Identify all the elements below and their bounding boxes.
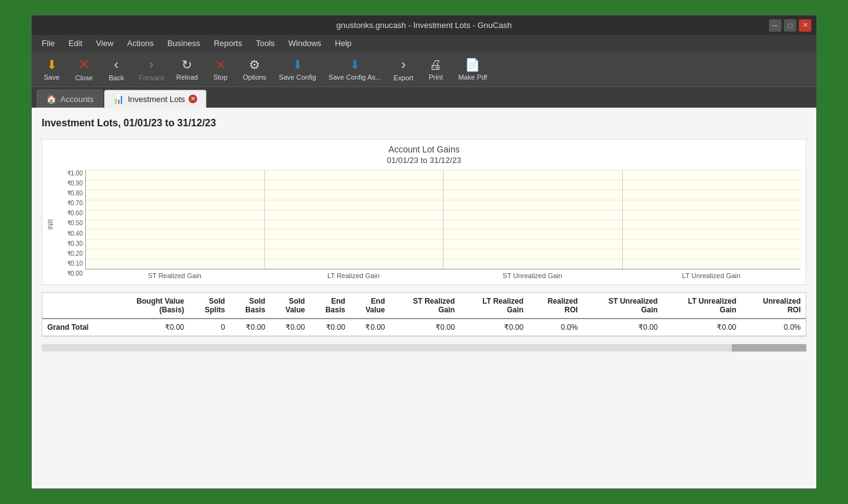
stop-button[interactable]: ✕ Stop — [205, 55, 235, 83]
col-header-realized-roi: RealizedROI — [528, 293, 582, 319]
accounts-tab[interactable]: 🏠 Accounts — [37, 90, 103, 108]
stop-label: Stop — [213, 73, 228, 81]
restore-button[interactable]: □ — [784, 19, 796, 32]
grand-total-label: Grand Total — [42, 319, 111, 336]
grand-total-st-realized-gain: ₹0.00 — [390, 319, 460, 336]
data-table: Bought Value(Basis) SoldSplits SoldBasis… — [42, 293, 806, 336]
grand-total-realized-roi: 0.0% — [528, 319, 582, 336]
stop-icon: ✕ — [215, 57, 226, 72]
save-config-as-icon: ⬇ — [350, 57, 360, 72]
scrollbar-thumb[interactable] — [732, 344, 806, 352]
y-tick-7: ₹0.30 — [67, 240, 83, 247]
y-tick-0: ₹1.00 — [67, 170, 83, 177]
chart-section-3 — [623, 170, 801, 269]
grand-total-end-basis: ₹0.00 — [310, 319, 350, 336]
save-label: Save — [44, 73, 59, 81]
menu-business[interactable]: Business — [161, 36, 207, 50]
export-icon: › — [401, 57, 406, 73]
grand-total-end-value: ₹0.00 — [350, 319, 390, 336]
menu-reports[interactable]: Reports — [208, 36, 249, 50]
col-header-sold-value: SoldValue — [270, 293, 310, 319]
close-label: Close — [75, 74, 93, 82]
make-pdf-label: Make Pdf — [458, 73, 487, 81]
save-config-as-button[interactable]: ⬇ Save Config As... — [324, 55, 386, 83]
save-icon: ⬇ — [47, 57, 57, 72]
grand-total-bought-value: ₹0.00 — [111, 319, 189, 336]
col-header-sold-basis: SoldBasis — [230, 293, 271, 319]
x-labels: ST Realized Gain LT Realized Gain ST Unr… — [85, 272, 801, 279]
menu-help[interactable]: Help — [328, 36, 358, 50]
menubar: File Edit View Actions Business Reports … — [32, 35, 816, 52]
save-config-label: Save Config — [279, 73, 316, 81]
menu-edit[interactable]: Edit — [62, 36, 88, 50]
save-button[interactable]: ⬇ Save — [37, 55, 67, 83]
grand-total-unrealized-roi: 0.0% — [742, 319, 806, 336]
report-title: Investment Lots, 01/01/23 to 31/12/23 — [42, 118, 806, 129]
x-label-0: ST Realized Gain — [85, 272, 264, 279]
window-title: gnustonks.gnucash - Investment Lots - Gn… — [337, 21, 512, 30]
grand-total-sold-splits: 0 — [189, 319, 230, 336]
tabbar: 🏠 Accounts 📊 Investment Lots ✕ — [32, 87, 816, 108]
close-window-button[interactable]: ✕ — [799, 19, 811, 32]
investment-lots-tab-close[interactable]: ✕ — [189, 95, 197, 103]
investment-lots-tab-icon: 📊 — [113, 94, 124, 104]
grand-total-lt-realized-gain: ₹0.00 — [460, 319, 528, 336]
close-button[interactable]: ✕ Close — [69, 54, 99, 84]
col-header-lt-unrealized-gain: LT UnrealizedGain — [663, 293, 741, 319]
col-header-st-realized-gain: ST RealizedGain — [390, 293, 460, 319]
y-tick-3: ₹0.70 — [67, 200, 83, 207]
forward-icon: › — [149, 57, 154, 73]
y-tick-6: ₹0.40 — [67, 230, 83, 237]
save-config-icon: ⬇ — [292, 57, 303, 72]
minimize-button[interactable]: ─ — [769, 19, 781, 32]
grand-total-sold-basis: ₹0.00 — [230, 319, 271, 336]
export-button[interactable]: › Export — [388, 54, 418, 84]
y-tick-9: ₹0.10 — [67, 260, 83, 267]
options-button[interactable]: ⚙ Options — [238, 55, 271, 83]
back-label: Back — [109, 74, 124, 82]
investment-lots-tab[interactable]: 📊 Investment Lots ✕ — [104, 90, 207, 108]
back-button[interactable]: ‹ Back — [101, 54, 131, 84]
y-tick-8: ₹0.20 — [67, 250, 83, 257]
x-label-2: ST Unrealized Gain — [443, 272, 622, 279]
chart-section-1 — [265, 170, 444, 269]
save-config-button[interactable]: ⬇ Save Config — [274, 55, 321, 83]
col-header-account — [42, 293, 111, 319]
menu-view[interactable]: View — [90, 36, 119, 50]
col-header-st-unrealized-gain: ST UnrealizedGain — [583, 293, 663, 319]
titlebar-buttons: ─ □ ✕ — [769, 19, 811, 32]
reload-label: Reload — [176, 73, 198, 81]
col-header-sold-splits: SoldSplits — [189, 293, 230, 319]
y-tick-5: ₹0.50 — [67, 220, 83, 226]
col-header-unrealized-roi: UnrealizedROI — [742, 293, 806, 319]
print-icon: 🖨 — [429, 58, 442, 72]
content-area: Investment Lots, 01/01/23 to 31/12/23 Ac… — [32, 108, 816, 488]
reload-button[interactable]: ↻ Reload — [171, 55, 203, 83]
col-header-end-basis: EndBasis — [310, 293, 350, 319]
y-tick-4: ₹0.60 — [67, 210, 83, 217]
make-pdf-button[interactable]: 📄 Make Pdf — [453, 55, 492, 83]
chart-section-2 — [444, 170, 623, 269]
data-table-container: Bought Value(Basis) SoldSplits SoldBasis… — [42, 292, 806, 337]
menu-actions[interactable]: Actions — [121, 36, 160, 50]
close-icon: ✕ — [78, 57, 90, 73]
toolbar: ⬇ Save ✕ Close ‹ Back › Forward ↻ Reload… — [32, 52, 816, 87]
x-label-1: LT Realized Gain — [264, 272, 444, 279]
grand-total-sold-value: ₹0.00 — [270, 319, 310, 336]
menu-windows[interactable]: Windows — [282, 36, 328, 50]
forward-button[interactable]: › Forward — [134, 54, 169, 84]
grand-total-st-unrealized-gain: ₹0.00 — [583, 319, 663, 336]
grid-container — [85, 170, 801, 269]
horizontal-scrollbar[interactable] — [42, 344, 806, 352]
chart-container: Account Lot Gains 01/01/23 to 31/12/23 I… — [42, 139, 806, 285]
y-axis-label: INR — [47, 219, 54, 230]
options-icon: ⚙ — [249, 57, 260, 72]
chart-plot: ST Realized Gain LT Realized Gain ST Unr… — [85, 170, 801, 279]
menu-tools[interactable]: Tools — [249, 36, 281, 50]
y-tick-2: ₹0.80 — [67, 190, 83, 197]
print-button[interactable]: 🖨 Print — [421, 55, 450, 83]
x-label-3: LT Unrealized Gain — [622, 272, 801, 279]
options-label: Options — [243, 73, 266, 81]
forward-label: Forward — [139, 74, 164, 82]
menu-file[interactable]: File — [35, 36, 61, 50]
